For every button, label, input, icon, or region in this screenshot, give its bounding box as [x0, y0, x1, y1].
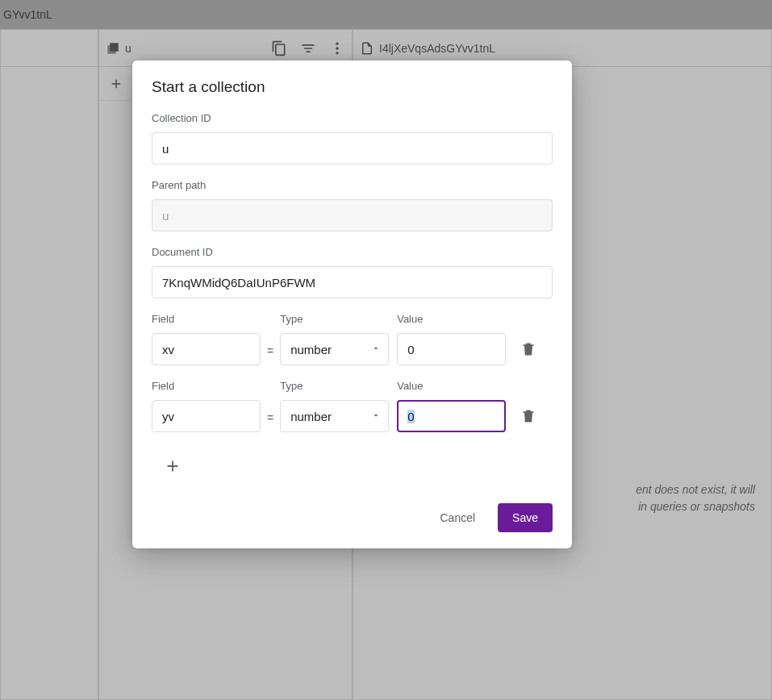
equals-sign: = — [261, 344, 280, 365]
field-name-label: Field — [152, 313, 261, 325]
document-id-input[interactable] — [152, 266, 553, 298]
field-type-select[interactable]: number — [280, 333, 389, 365]
collection-id-input[interactable] — [152, 132, 553, 165]
start-collection-dialog: Start a collection Collection ID Parent … — [132, 60, 572, 548]
collection-id-group: Collection ID — [152, 112, 553, 165]
cancel-button[interactable]: Cancel — [425, 503, 490, 532]
equals-sign: = — [261, 411, 280, 432]
document-id-group: Document ID — [152, 246, 553, 298]
field-name-input[interactable] — [152, 333, 261, 365]
parent-path-label: Parent path — [152, 179, 553, 191]
parent-path-input — [152, 199, 553, 231]
document-id-label: Document ID — [152, 246, 553, 258]
field-row: Field = Type number Value 0 — [152, 380, 553, 432]
field-value-input[interactable]: 0 — [397, 400, 506, 432]
collection-id-label: Collection ID — [152, 112, 553, 124]
field-row: Field = Type number Value — [152, 313, 553, 365]
parent-path-group: Parent path — [152, 179, 553, 231]
add-field-button[interactable] — [160, 453, 186, 479]
dialog-title: Start a collection — [152, 78, 553, 96]
add-field-row — [152, 447, 553, 479]
delete-field-button[interactable] — [520, 408, 536, 427]
field-value-input[interactable] — [397, 333, 506, 365]
field-type-label: Type — [280, 380, 389, 392]
field-value-label: Value — [397, 313, 506, 325]
field-type-select[interactable]: number — [280, 400, 389, 432]
delete-field-button[interactable] — [520, 341, 536, 360]
field-value-label: Value — [397, 380, 506, 392]
field-name-input[interactable] — [152, 400, 261, 432]
dialog-actions: Cancel Save — [152, 503, 553, 532]
field-name-label: Field — [152, 380, 261, 392]
save-button[interactable]: Save — [498, 503, 553, 532]
field-type-label: Type — [280, 313, 389, 325]
